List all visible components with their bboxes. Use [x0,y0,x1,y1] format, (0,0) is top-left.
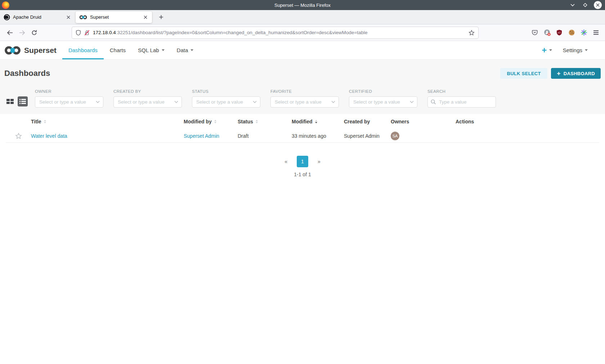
colorful-asterisk-icon [581,29,587,36]
new-dashboard-button[interactable]: DASHBOARD [551,68,601,79]
nav-item-data[interactable]: Data [171,41,200,59]
prev-page-button[interactable]: « [284,159,287,164]
forward-button[interactable] [16,27,28,38]
favorite-select[interactable] [270,96,339,108]
filter-label: STATUS [192,89,260,94]
nav-item-charts[interactable]: Charts [104,41,132,59]
column-label: Owners [391,119,409,124]
certified-select[interactable] [349,96,417,108]
filter-label: CERTIFIED [349,89,417,94]
forward-arrow-icon [19,30,25,35]
superset-brand[interactable]: Superset [4,41,57,59]
column-header-modified-by[interactable]: Modified by [184,119,238,124]
url-bar[interactable]: 172.18.0.4:32251/dashboard/list/?pageInd… [72,27,478,38]
search-input[interactable] [427,96,496,108]
table-view-toggle[interactable] [18,96,28,106]
window-close-button[interactable] [594,1,602,9]
modified-cell: 33 minutes ago [292,133,344,139]
filter-label: OWNER [35,89,103,94]
owner-select[interactable] [35,96,103,108]
created-by-select[interactable] [113,96,182,108]
favorite-star-icon[interactable] [15,133,22,139]
ublock-origin-button[interactable]: uO [554,27,565,38]
column-header-title[interactable]: Title [31,119,184,124]
tracking-protection-shield-icon[interactable] [76,30,81,36]
tab-superset[interactable]: Superset [76,12,152,23]
url-text[interactable]: 172.18.0.4:32251/dashboard/list/?pageInd… [93,30,465,35]
account-extension-button[interactable] [542,27,552,38]
column-header-owners: Owners [391,119,456,124]
plus-icon [542,47,547,53]
bookmark-star-icon[interactable] [469,30,475,36]
nav-label: Data [177,47,188,53]
main-nav: Dashboards Charts SQL Lab Data [62,41,200,59]
window-minimize-button[interactable] [569,1,577,9]
tab-close-icon[interactable] [143,14,148,20]
pagination-summary: 1-1 of 1 [0,172,605,177]
superset-navbar: Superset Dashboards Charts SQL Lab Data … [0,41,605,60]
sort-icon [214,120,216,123]
tab-close-icon[interactable] [66,14,71,20]
table-header-row: Title Modified by Status Modified Create… [6,114,599,129]
owner-avatar: SA [391,132,399,140]
settings-menu[interactable]: Settings [563,47,588,53]
sort-icon [44,120,46,123]
menu-button[interactable] [591,27,601,38]
tab-apache-druid[interactable]: Apache Druid [0,10,75,24]
nav-item-dashboards[interactable]: Dashboards [62,41,104,59]
chevron-down-icon [410,101,414,103]
page-header-band: Dashboards BULK SELECT DASHBOARD [0,60,605,114]
column-header-actions: Actions [456,119,599,124]
hamburger-icon [593,30,599,35]
brand-name: Superset [24,46,57,55]
plus-icon [557,72,561,76]
new-tab-button[interactable] [156,12,166,23]
chevron-down-icon [162,49,165,51]
card-view-toggle[interactable] [6,99,14,104]
reload-button[interactable] [28,27,40,38]
status-select[interactable] [192,96,260,108]
ublock-shield-icon: uO [556,29,562,36]
column-header-created-by: Created by [344,119,391,124]
nav-item-sql-lab[interactable]: SQL Lab [132,41,171,59]
cookie-extension-button[interactable] [566,27,577,38]
created-by-cell: Superset Admin [344,133,391,139]
new-dashboard-label: DASHBOARD [564,71,595,76]
browser-tabbar: Apache Druid Superset [0,10,605,24]
druid-favicon [4,14,10,21]
superset-favicon [79,15,87,20]
current-page-button[interactable]: 1 [297,156,308,167]
svg-text:uO: uO [558,31,561,34]
dashboard-title-link[interactable]: Water level data [31,133,67,139]
column-header-modified[interactable]: Modified [292,119,344,124]
filter-created-by: CREATED BY [113,89,182,108]
dashboards-table: Title Modified by Status Modified Create… [0,114,605,143]
pocket-button[interactable] [529,27,540,38]
modified-by-link[interactable]: Superset Admin [184,133,219,139]
column-label: Actions [456,119,474,124]
back-button[interactable] [4,27,16,38]
column-label: Modified [292,119,313,124]
chevron-down-icon [191,49,193,51]
chevron-down-icon [253,101,257,103]
column-label: Created by [344,119,370,124]
chevron-down-icon [585,49,588,51]
back-arrow-icon [7,30,13,35]
search-group: SEARCH [427,89,496,108]
url-host: 172.18.0.4 [93,30,116,35]
filter-favorite: FAVORITE [270,89,339,108]
window-maximize-button[interactable] [581,1,589,9]
insecure-lock-icon[interactable] [84,30,90,36]
next-page-button[interactable]: » [318,159,321,164]
column-header-status[interactable]: Status [238,119,292,124]
asterisk-extension-button[interactable] [578,27,589,38]
browser-toolbar: 172.18.0.4:32251/dashboard/list/?pageInd… [0,24,605,41]
window-title: Superset — Mozilla Firefox [0,3,605,8]
chevron-down-icon [549,49,552,51]
nav-label: SQL Lab [138,47,159,53]
filter-status: STATUS [192,89,260,108]
bulk-select-button[interactable]: BULK SELECT [500,68,547,79]
close-icon [596,3,600,7]
settings-label: Settings [563,47,582,53]
new-item-menu[interactable] [542,47,552,53]
